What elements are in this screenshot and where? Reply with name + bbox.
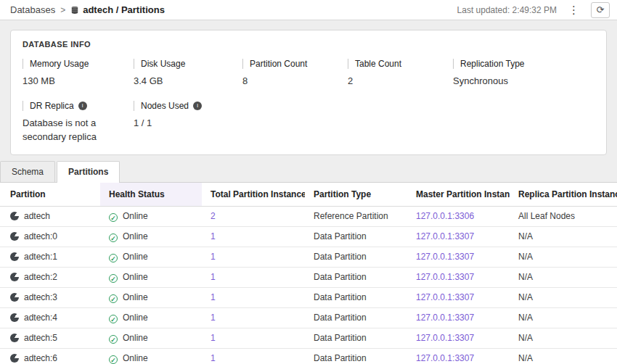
top-bar: Databases > adtech / Partitions Last upd… (0, 0, 617, 20)
total-instances-link[interactable]: 1 (211, 292, 216, 302)
breadcrumb-databases-link[interactable]: Databases (10, 4, 55, 15)
table-row: adtech:3 ✓Online 1 Data Partition 127.0.… (0, 287, 617, 307)
stat-replication-type: Replication Type Synchronous (453, 59, 594, 88)
master-instance-link[interactable]: 127.0.0.1:3307 (416, 353, 474, 363)
tab-bar: Schema Partitions (0, 161, 617, 182)
cell-replica-instance: N/A (510, 247, 617, 267)
cell-partition: adtech (0, 206, 100, 226)
cell-partition: adtech:2 (0, 267, 100, 287)
total-instances-link[interactable]: 2 (211, 211, 216, 221)
total-instances-link[interactable]: 1 (211, 231, 216, 241)
master-instance-link[interactable]: 127.0.0.1:3307 (416, 272, 474, 282)
online-check-icon: ✓ (109, 274, 118, 283)
column-header-total-instances[interactable]: Total Partition Instances (202, 183, 305, 207)
cell-partition-type: Data Partition (305, 307, 407, 328)
cell-partition-type: Data Partition (305, 247, 407, 267)
table-row: adtech:4 ✓Online 1 Data Partition 127.0.… (0, 307, 617, 328)
cell-health-status: ✓Online (100, 307, 202, 328)
stat-nodes-used: Nodes Used i 1 / 1 (134, 101, 242, 144)
total-instances-link[interactable]: 1 (211, 353, 216, 363)
partition-name: adtech:3 (24, 292, 57, 302)
info-icon[interactable]: i (193, 102, 202, 110)
column-header-partition[interactable]: Partition (0, 183, 100, 207)
cell-replica-instance: N/A (510, 226, 617, 247)
partition-name: adtech:5 (24, 333, 57, 343)
health-status-text: Online (123, 231, 148, 241)
kebab-menu-button[interactable]: ⋮ (566, 4, 581, 15)
cell-master-instance: 127.0.0.1:3307 (407, 287, 510, 307)
stat-label: Table Count (348, 59, 453, 69)
master-instance-link[interactable]: 127.0.0.1:3307 (416, 292, 474, 302)
breadcrumb-current-label: adtech / Partitions (83, 4, 165, 15)
health-status-text: Online (123, 333, 148, 343)
tab-partitions[interactable]: Partitions (57, 161, 120, 183)
total-instances-link[interactable]: 1 (211, 333, 216, 343)
health-status-text: Online (123, 292, 148, 302)
partition-pie-icon (10, 232, 19, 241)
online-check-icon: ✓ (109, 335, 118, 344)
stat-value: 1 / 1 (134, 117, 234, 131)
cell-replica-instance: All Leaf Nodes (510, 206, 617, 226)
partition-pie-icon (10, 212, 19, 220)
online-check-icon: ✓ (109, 254, 118, 262)
cell-total-instances: 1 (202, 348, 305, 364)
total-instances-link[interactable]: 1 (211, 252, 216, 262)
cell-partition-type: Data Partition (305, 328, 407, 348)
cell-master-instance: 127.0.0.1:3307 (407, 226, 510, 247)
online-check-icon: ✓ (109, 233, 118, 242)
column-header-replica-instance[interactable]: Replica Partition Instance ... (510, 183, 617, 207)
cell-health-status: ✓Online (100, 206, 202, 226)
master-instance-link[interactable]: 127.0.0.1:3307 (416, 231, 474, 241)
refresh-icon: ⟳ (597, 5, 605, 15)
stat-label: Nodes Used i (134, 101, 242, 111)
cell-partition-type: Reference Partition (305, 206, 407, 226)
cell-health-status: ✓Online (100, 287, 202, 307)
partition-pie-icon (10, 334, 19, 342)
cell-replica-instance: N/A (510, 267, 617, 287)
cell-total-instances: 1 (202, 328, 305, 348)
partition-name: adtech:1 (24, 252, 57, 262)
cell-health-status: ✓Online (100, 348, 202, 364)
database-info-title: DATABASE INFO (23, 40, 594, 49)
health-status-text: Online (123, 252, 148, 262)
info-icon[interactable]: i (78, 102, 87, 110)
cell-partition-type: Data Partition (305, 348, 407, 364)
partitions-table: Partition Health Status Total Partition … (0, 183, 617, 364)
master-instance-link[interactable]: 127.0.0.1:3307 (416, 313, 474, 323)
cell-partition-type: Data Partition (305, 267, 407, 287)
health-status-text: Online (123, 353, 148, 363)
column-header-master-instance[interactable]: Master Partition Instance ... (407, 183, 510, 207)
table-row: adtech ✓Online 2 Reference Partition 127… (0, 206, 617, 226)
cell-health-status: ✓Online (100, 267, 202, 287)
online-check-icon: ✓ (109, 213, 118, 222)
cell-partition: adtech:6 (0, 348, 100, 364)
cell-total-instances: 1 (202, 307, 305, 328)
table-row: adtech:5 ✓Online 1 Data Partition 127.0.… (0, 328, 617, 348)
total-instances-link[interactable]: 1 (211, 313, 216, 323)
column-header-health-status[interactable]: Health Status (100, 183, 202, 207)
topbar-actions: Last updated: 2:49:32 PM ⋮ ⟳ (457, 2, 610, 18)
cell-partition: adtech:0 (0, 226, 100, 247)
stat-dr-replica: DR Replica i Database is not a secondary… (23, 101, 134, 144)
stat-label: Replication Type (453, 59, 594, 69)
cell-partition: adtech:3 (0, 287, 100, 307)
refresh-button[interactable]: ⟳ (591, 2, 610, 18)
master-instance-link[interactable]: 127.0.0.1:3307 (416, 333, 474, 343)
cell-total-instances: 1 (202, 267, 305, 287)
table-row: adtech:0 ✓Online 1 Data Partition 127.0.… (0, 226, 617, 247)
master-instance-link[interactable]: 127.0.0.1:3306 (416, 211, 474, 221)
stat-value: 130 MB (23, 75, 123, 88)
stat-label: DR Replica i (23, 101, 134, 111)
stats-grid: Memory Usage 130 MB Disk Usage 3.4 GB Pa… (23, 59, 594, 144)
tab-schema[interactable]: Schema (0, 161, 55, 182)
master-instance-link[interactable]: 127.0.0.1:3307 (416, 252, 474, 262)
partitions-table-container: Partition Health Status Total Partition … (0, 182, 617, 364)
health-status-text: Online (123, 272, 148, 282)
total-instances-link[interactable]: 1 (211, 272, 216, 282)
cell-master-instance: 127.0.0.1:3307 (407, 267, 510, 287)
stat-disk-usage: Disk Usage 3.4 GB (134, 59, 242, 88)
cell-partition: adtech:1 (0, 247, 100, 267)
cell-master-instance: 127.0.0.1:3307 (407, 247, 510, 267)
column-header-partition-type[interactable]: Partition Type (305, 183, 407, 207)
stat-value: 3.4 GB (134, 75, 234, 88)
